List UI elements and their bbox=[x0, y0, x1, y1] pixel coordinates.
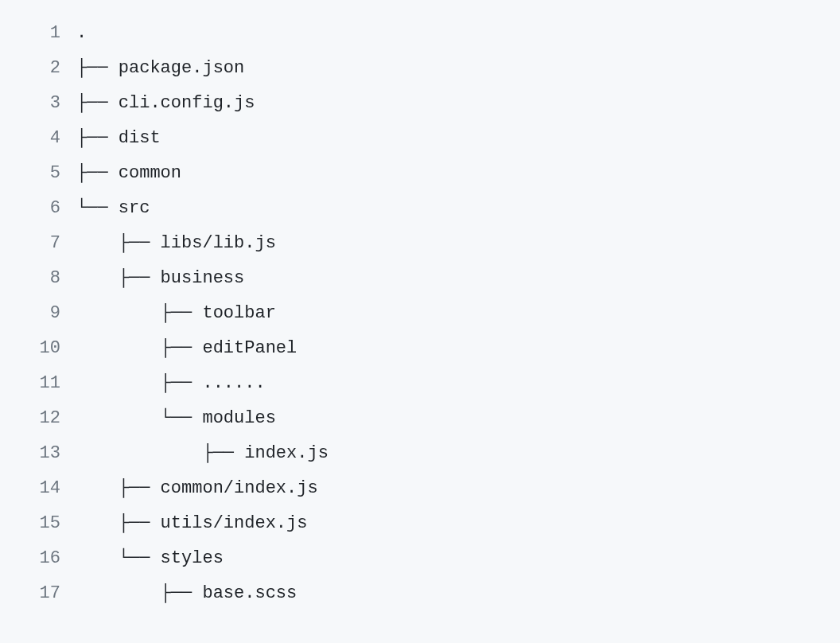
line-content: ├── dist bbox=[76, 121, 840, 156]
line-content: ├── utils/index.js bbox=[76, 506, 840, 541]
line-number: 1 bbox=[0, 16, 76, 51]
code-block: 1 . 2 ├── package.json 3 ├── cli.config.… bbox=[0, 16, 840, 611]
code-line: 11 ├── ...... bbox=[0, 366, 840, 401]
line-number: 2 bbox=[0, 51, 76, 86]
code-line: 5 ├── common bbox=[0, 156, 840, 191]
line-number: 12 bbox=[0, 401, 76, 436]
line-content: ├── package.json bbox=[76, 51, 840, 86]
code-line: 17 ├── base.scss bbox=[0, 576, 840, 611]
line-content: ├── index.js bbox=[76, 436, 840, 471]
line-content: ├── business bbox=[76, 261, 840, 296]
code-line: 16 └── styles bbox=[0, 541, 840, 576]
line-number: 9 bbox=[0, 296, 76, 331]
line-content: ├── common/index.js bbox=[76, 471, 840, 506]
line-content: ├── toolbar bbox=[76, 296, 840, 331]
code-line: 4 ├── dist bbox=[0, 121, 840, 156]
line-content: . bbox=[76, 16, 840, 51]
line-content: ├── cli.config.js bbox=[76, 86, 840, 121]
code-line: 7 ├── libs/lib.js bbox=[0, 226, 840, 261]
line-number: 11 bbox=[0, 366, 76, 401]
code-line: 10 ├── editPanel bbox=[0, 331, 840, 366]
code-line: 14 ├── common/index.js bbox=[0, 471, 840, 506]
code-line: 12 └── modules bbox=[0, 401, 840, 436]
line-number: 3 bbox=[0, 86, 76, 121]
line-number: 10 bbox=[0, 331, 76, 366]
line-number: 17 bbox=[0, 576, 76, 611]
line-number: 8 bbox=[0, 261, 76, 296]
code-line: 6 └── src bbox=[0, 191, 840, 226]
line-number: 16 bbox=[0, 541, 76, 576]
code-line: 3 ├── cli.config.js bbox=[0, 86, 840, 121]
line-content: ├── editPanel bbox=[76, 331, 840, 366]
code-line: 2 ├── package.json bbox=[0, 51, 840, 86]
line-number: 15 bbox=[0, 506, 76, 541]
line-number: 7 bbox=[0, 226, 76, 261]
line-content: └── styles bbox=[76, 541, 840, 576]
line-number: 6 bbox=[0, 191, 76, 226]
line-content: └── src bbox=[76, 191, 840, 226]
line-content: ├── libs/lib.js bbox=[76, 226, 840, 261]
code-line: 13 ├── index.js bbox=[0, 436, 840, 471]
line-number: 4 bbox=[0, 121, 76, 156]
line-content: ├── ...... bbox=[76, 366, 840, 401]
line-content: ├── common bbox=[76, 156, 840, 191]
line-content: ├── base.scss bbox=[76, 576, 840, 611]
code-line: 15 ├── utils/index.js bbox=[0, 506, 840, 541]
code-line: 1 . bbox=[0, 16, 840, 51]
line-number: 14 bbox=[0, 471, 76, 506]
line-content: └── modules bbox=[76, 401, 840, 436]
code-line: 9 ├── toolbar bbox=[0, 296, 840, 331]
line-number: 5 bbox=[0, 156, 76, 191]
line-number: 13 bbox=[0, 436, 76, 471]
code-line: 8 ├── business bbox=[0, 261, 840, 296]
